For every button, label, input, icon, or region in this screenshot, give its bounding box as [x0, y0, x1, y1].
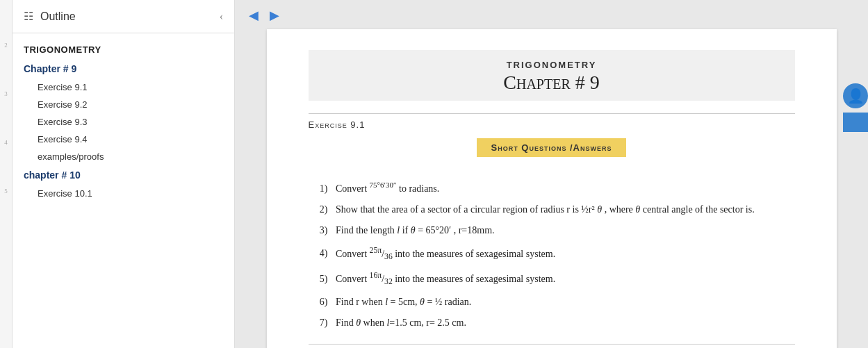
- exercise-2-block: Exercise 9.2 Short Questions /Answers: [309, 344, 795, 348]
- question-4: 4) Convert 25π/36 into the measures of s…: [309, 245, 795, 264]
- main-content: ◀ ▶ TRIGONOMETRY Chapter # 9 Exercise 9.…: [235, 0, 868, 348]
- question-5: 5) Convert 16π/32 into the measures of s…: [309, 270, 795, 289]
- sidebar-subject: TRIGONOMETRY: [13, 40, 234, 59]
- sidebar-exercise-9-1[interactable]: Exercise 9.1: [13, 78, 234, 96]
- q-num-2: 2): [309, 202, 328, 217]
- outline-icon: ☷: [24, 10, 33, 23]
- sidebar-examples-proofs[interactable]: examples/proofs: [13, 148, 234, 165]
- sidebar-exercise-10-1[interactable]: Exercise 10.1: [13, 185, 234, 202]
- sidebar-collapse-button[interactable]: ‹: [220, 10, 223, 23]
- sidebar-title: Outline: [40, 10, 76, 23]
- nav-bar: ◀ ▶: [249, 7, 854, 24]
- q-num-5: 5): [309, 272, 328, 287]
- question-1: 1) Convert 75°6′30″ to radians.: [309, 179, 795, 197]
- subject-title: TRIGONOMETRY: [322, 60, 781, 70]
- ruler-mark-3: 3: [4, 90, 8, 97]
- q-num-6: 6): [309, 295, 328, 310]
- accent-rect-button[interactable]: [843, 113, 868, 132]
- chapter-heading: Chapter # 9: [322, 72, 781, 94]
- ruler-mark-2: 2: [4, 42, 8, 49]
- q-num-4: 4): [309, 246, 328, 261]
- question-7: 7) Find θ when l=1.5 cm, r= 2.5 cm.: [309, 315, 795, 331]
- sidebar-chapter9[interactable]: Chapter # 9: [13, 59, 234, 78]
- q-num-1: 1): [309, 181, 328, 197]
- nav-arrow-left[interactable]: ◀: [249, 8, 259, 23]
- question-3: 3) Find the length l if θ = 65°20′ , r=1…: [309, 223, 795, 238]
- sidebar-content: TRIGONOMETRY Chapter # 9 Exercise 9.1 Ex…: [13, 33, 234, 348]
- sidebar-chapter10[interactable]: chapter # 10: [13, 165, 234, 185]
- sidebar-title-row: ☷ Outline: [24, 10, 76, 23]
- ruler-mark-4: 4: [4, 139, 8, 146]
- right-accent: 👤: [843, 83, 868, 132]
- q-num-7: 7): [309, 315, 328, 331]
- short-questions-container: Short Questions /Answers: [309, 138, 795, 169]
- q-num-3: 3): [309, 223, 328, 238]
- sidebar-header: ☷ Outline ‹: [13, 0, 234, 33]
- exercise-1-label: Exercise 9.1: [309, 113, 795, 130]
- ruler-mark-5: 5: [4, 188, 8, 194]
- question-6: 6) Find r when l = 5cm, θ = ½ radian.: [309, 295, 795, 310]
- accent-circle-button[interactable]: 👤: [843, 83, 868, 108]
- short-questions-button[interactable]: Short Questions /Answers: [477, 138, 625, 157]
- sidebar-exercise-9-2[interactable]: Exercise 9.2: [13, 96, 234, 113]
- questions-list: 1) Convert 75°6′30″ to radians. 2) Show …: [309, 179, 795, 331]
- chapter-title-block: TRIGONOMETRY Chapter # 9: [309, 50, 795, 101]
- question-2: 2) Show that the area of a sector of a c…: [309, 202, 795, 217]
- sidebar-exercise-9-4[interactable]: Exercise 9.4: [13, 131, 234, 148]
- nav-arrow-right[interactable]: ▶: [270, 8, 279, 23]
- sidebar: ☷ Outline ‹ TRIGONOMETRY Chapter # 9 Exe…: [13, 0, 235, 348]
- superscript-degrees: 75°6′30″: [370, 181, 397, 189]
- sidebar-exercise-9-3[interactable]: Exercise 9.3: [13, 113, 234, 131]
- document-page: TRIGONOMETRY Chapter # 9 Exercise 9.1 Sh…: [267, 29, 837, 348]
- ruler: 2 3 4 5: [0, 0, 13, 348]
